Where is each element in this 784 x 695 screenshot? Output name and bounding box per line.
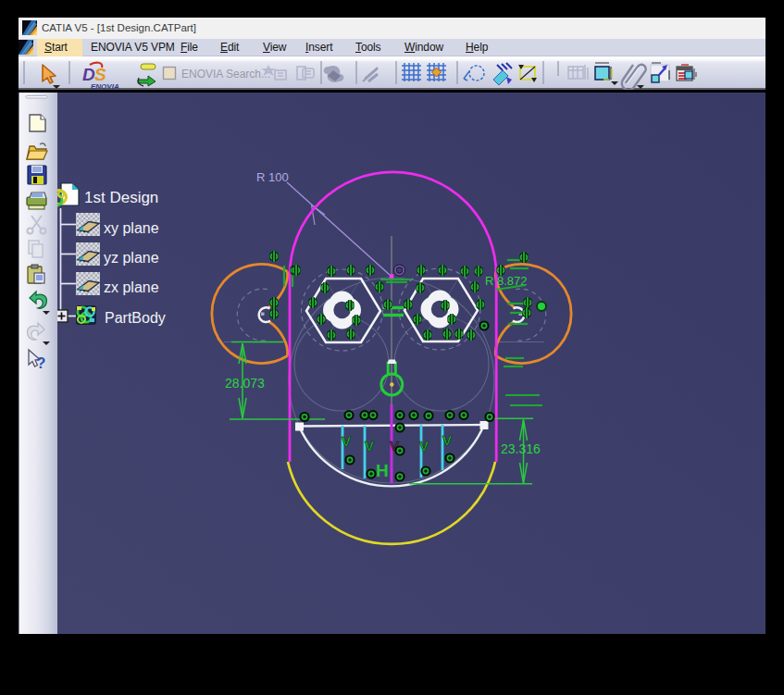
svg-text:28.073: 28.073: [225, 376, 265, 391]
svg-text:yz plane: yz plane: [104, 250, 159, 266]
svg-text:V: V: [419, 438, 429, 453]
svg-text:V: V: [442, 432, 452, 448]
svg-text:1st Design: 1st Design: [84, 189, 158, 206]
svg-text:xy plane: xy plane: [104, 220, 159, 236]
svg-text:V: V: [365, 438, 374, 453]
svg-text:23.316: 23.316: [501, 441, 541, 456]
svg-text:ENOVIA Search...: ENOVIA Search...: [181, 68, 270, 81]
svg-text:?: ?: [36, 354, 45, 372]
svg-text:H: H: [376, 461, 389, 480]
svg-text:PartBody: PartBody: [105, 310, 166, 326]
svg-text:V: V: [342, 433, 351, 449]
svg-text:R 100: R 100: [256, 170, 289, 184]
svg-text:zx plane: zx plane: [104, 279, 159, 295]
svg-text:ENOVIA: ENOVIA: [91, 82, 119, 91]
